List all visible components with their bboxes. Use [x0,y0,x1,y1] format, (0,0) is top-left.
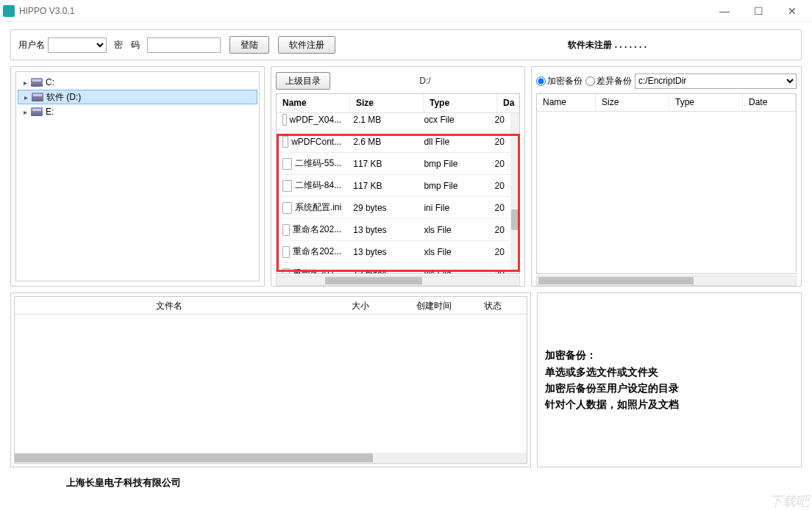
tree-label: C: [46,77,54,87]
header-filename[interactable]: 文件名 [15,297,324,314]
queue-header: 文件名 大小 创建时间 状态 [15,297,527,315]
password-label: 密 码 [114,39,143,51]
header-name[interactable]: Name [537,94,596,111]
header-size[interactable]: 大小 [324,297,397,314]
file-date: 20 [489,203,510,213]
info-line: 加密备份： [545,347,679,363]
expand-icon[interactable]: ▸ [19,108,31,116]
tree-label: E: [46,107,54,117]
horizontal-scrollbar[interactable] [15,453,527,463]
horizontal-scrollbar[interactable] [276,276,520,286]
tree-item-c[interactable]: ▸ C: [18,75,257,90]
backup-file-list[interactable]: Name Size Type Date [536,93,797,274]
username-combo[interactable] [48,37,107,53]
file-size: 2.1 MB [347,115,418,125]
file-type: ocx File [418,115,488,125]
file-date: 20 [489,115,510,125]
file-icon [282,224,290,236]
expand-icon[interactable]: ▸ [20,93,32,101]
watermark: 下载吧 [769,492,809,510]
parent-dir-button[interactable]: 上级目录 [276,72,330,90]
file-icon [282,180,292,192]
login-button[interactable]: 登陆 [229,36,269,54]
file-name: wPDFCont... [291,137,341,147]
file-name: 系统配置.ini [295,201,341,214]
file-row[interactable]: wPDFCont...2.6 MBdll File20 [277,131,510,153]
maximize-button[interactable]: ☐ [741,0,775,22]
file-date: 20 [489,225,510,235]
file-icon [282,202,292,214]
close-button[interactable]: ✕ [775,0,809,22]
file-date: 20 [489,269,510,274]
file-size: 117 KB [347,181,418,191]
register-button[interactable]: 软件注册 [278,36,335,54]
file-row[interactable]: 二维码-84...117 KBbmp File20 [277,175,510,197]
file-icon [282,268,290,274]
drive-icon [31,78,43,87]
footer-company: 上海长皇电子科技有限公司 [0,467,812,489]
info-line: 加密后备份至用户设定的目录 [545,380,679,396]
file-row[interactable]: 重命名202...13 bytesxls File20 [277,241,510,263]
file-row[interactable]: 重命名202...13 bytesxls File20 [277,263,510,273]
file-type: dll File [418,137,488,147]
titlebar: HIPPO V3.0.1 — ☐ ✕ [0,0,812,22]
file-name: wPDF_X04... [290,115,342,125]
tree-item-e[interactable]: ▸ E: [18,104,257,119]
tree-label: 软件 (D:) [46,91,81,104]
password-input[interactable] [147,37,221,53]
file-date: 20 [489,137,510,147]
file-type: xls File [418,269,488,274]
file-size: 13 bytes [347,269,418,274]
expand-icon[interactable]: ▸ [19,79,31,87]
file-name: 二维码-55... [295,157,341,170]
file-size: 29 bytes [347,203,418,213]
file-name: 重命名202... [293,223,341,236]
window-title: HIPPO V3.0.1 [19,6,74,16]
file-type: xls File [418,247,488,257]
file-icon [282,114,287,126]
username-label: 用户名 [18,39,45,51]
header-ctime[interactable]: 创建时间 [397,297,471,314]
header-size[interactable]: Size [596,94,669,111]
file-row[interactable]: wPDF_X04...2.1 MBocx File20 [277,109,510,131]
file-type: bmp File [418,181,488,191]
file-list[interactable]: Name Size Type Da wPDF_X04...2.1 MBocx F… [276,93,520,274]
radio-encrypt-backup[interactable]: 加密备份 [536,75,583,87]
file-date: 20 [489,247,510,257]
file-name: 重命名202... [293,267,341,273]
toolbar: 用户名 密 码 登陆 软件注册 软件未注册 . . . . . . . [10,29,802,60]
queue-panel: 文件名 大小 创建时间 状态 [10,292,531,467]
file-icon [282,158,292,170]
tree-item-d[interactable]: ▸ 软件 (D:) [18,90,257,104]
file-type: ini File [418,203,488,213]
drive-icon [32,93,43,101]
header-type[interactable]: Type [669,94,743,111]
file-size: 117 KB [347,159,418,169]
info-line: 针对个人数据，如照片及文档 [545,396,679,412]
file-name: 重命名202... [293,245,341,258]
horizontal-scrollbar[interactable] [536,276,797,286]
app-icon [3,5,15,17]
backup-panel: 加密备份 差异备份 c:/EncriptDir Name Size Type D… [531,66,802,287]
backup-dir-combo[interactable]: c:/EncriptDir [635,73,797,89]
header-date[interactable]: Date [743,94,796,111]
info-line: 单选或多选文件或文件夹 [545,364,679,380]
file-name: 二维码-84... [295,179,341,192]
backup-list-header: Name Size Type Date [537,94,796,112]
file-size: 2.6 MB [347,137,418,147]
info-panel: 加密备份： 单选或多选文件或文件夹 加密后备份至用户设定的目录 针对个人数据，如… [537,292,802,467]
file-row[interactable]: 系统配置.ini29 bytesini File20 [277,197,510,219]
file-type: xls File [418,225,488,235]
file-row[interactable]: 重命名202...13 bytesxls File20 [277,219,510,241]
registration-status: 软件未注册 . . . . . . . [568,39,647,51]
radio-diff-backup[interactable]: 差异备份 [585,75,632,87]
file-date: 20 [489,181,510,191]
file-row[interactable]: 二维码-55...117 KBbmp File20 [277,153,510,175]
file-icon [282,136,288,148]
file-list-panel: 上级目录 D:/ Name Size Type Da wPDF_X04...2.… [271,66,525,287]
drive-icon [31,107,43,116]
file-date: 20 [489,159,510,169]
minimize-button[interactable]: — [708,0,741,22]
header-status[interactable]: 状态 [471,297,515,314]
vertical-scrollbar[interactable] [510,113,519,273]
